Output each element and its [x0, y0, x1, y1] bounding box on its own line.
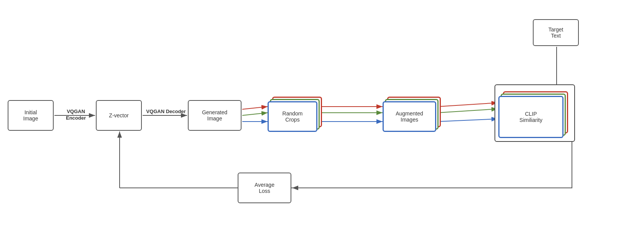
initial-image-label: Initial Image: [23, 109, 38, 122]
augmented-images-box-blue: Augmented Images: [383, 101, 436, 132]
average-loss-label: Average Loss: [255, 182, 274, 194]
svg-line-14: [438, 119, 498, 122]
target-text-box: Target Text: [533, 19, 579, 46]
target-text-label: Target Text: [549, 26, 564, 39]
clip-similarity-label: CLIP Similiarity: [519, 111, 542, 123]
svg-line-7: [242, 113, 268, 115]
svg-line-12: [438, 103, 498, 107]
generated-image-label: Generated Image: [202, 109, 227, 122]
random-crops-label: Random Crops: [283, 110, 303, 123]
vqgan-decoder-label: VQGAN Decoder: [145, 109, 187, 115]
augmented-images-label: Augmented Images: [396, 110, 423, 123]
average-loss-box: Average Loss: [238, 173, 291, 203]
diagram-container: VQGAN Encoder VQGAN Decoder Initial Imag…: [0, 0, 644, 227]
clip-similarity-box-blue: CLIP Similiarity: [498, 96, 564, 138]
svg-line-13: [438, 109, 498, 113]
z-vector-box: Z-vector: [96, 100, 142, 131]
generated-image-box: Generated Image: [188, 100, 242, 131]
vqgan-encoder-label: VQGAN Encoder: [57, 109, 95, 122]
random-crops-box-blue: Random Crops: [268, 101, 317, 132]
z-vector-label: Z-vector: [109, 112, 128, 118]
initial-image-box: Initial Image: [8, 100, 54, 131]
svg-line-6: [242, 107, 268, 109]
